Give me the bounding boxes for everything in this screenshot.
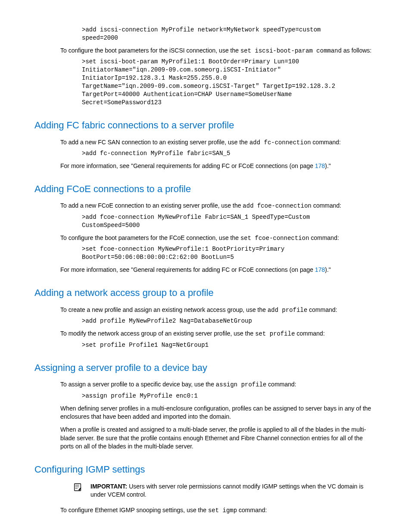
text: To configure the boot parameters for the… [60,234,240,241]
code-block: >add fc-connection MyProfile fabric=SAN_… [82,149,377,158]
inline-code: add fc-connection [249,139,311,146]
inline-code: add fcoe-connection [243,202,311,209]
paragraph: To add a new FCoE connection to an exist… [60,202,377,211]
text: command: [307,306,337,313]
paragraph: To assign a server profile to a specific… [60,380,377,389]
code-block: >set iscsi-boot-param MyProfile1:1 BootO… [82,58,377,106]
text: For more information, see "General requi… [60,266,315,273]
inline-code: assign profile [216,381,267,388]
text: To add a new FCoE connection to an exist… [60,202,243,209]
text: )." [325,162,331,169]
text: To add a new FC SAN connection to an exi… [60,139,249,146]
page-link[interactable]: 178 [315,266,325,273]
paragraph: To configure the boot parameters for the… [60,234,377,243]
text: as follows: [342,47,371,54]
text: command: [237,507,267,513]
inline-code: set iscsi-boot-param command [240,47,342,54]
code-block: >set fcoe-connection MyNewProfile:1 Boot… [82,245,377,261]
important-label: IMPORTANT: [90,483,127,490]
text: command: [311,139,341,146]
text: )." [325,266,331,273]
heading-assigning: Assigning a server profile to a device b… [34,361,377,375]
text: command: [266,381,296,388]
paragraph: To modify the network access group of an… [60,330,377,339]
code-block: >add fcoe-connection MyNewProfile Fabric… [82,213,377,230]
text: To configure the boot parameters for the… [60,47,240,54]
code-block: >add profile MyNewProfile2 Nag=DatabaseN… [82,317,377,325]
paragraph: For more information, see "General requi… [60,266,377,274]
code-block: >assign profile MyProfile enc0:1 [82,392,377,400]
text: To modify the network access group of an… [60,330,255,337]
code-block: >set profile Profile1 Nag=NetGroup1 [82,341,377,349]
paragraph: To configure the boot parameters for the… [60,47,377,56]
paragraph: To add a new FC SAN connection to an exi… [60,138,377,147]
heading-fc-fabric: Adding FC fabric connections to a server… [34,119,377,132]
text: To configure Ethernet IGMP snooping sett… [60,507,208,513]
code-block: >add iscsi-connection MyProfile network=… [82,26,377,42]
page-link[interactable]: 178 [315,162,325,169]
heading-network-access: Adding a network access group to a profi… [34,286,377,300]
paragraph: When a profile is created and assigned t… [60,426,377,451]
text: Users with server role permissions canno… [90,483,364,498]
heading-fcoe: Adding FCoE connections to a profile [34,183,377,196]
inline-code: set igmp [208,507,237,514]
inline-code: add profile [268,307,307,314]
text: To assign a server profile to a specific… [60,381,216,388]
inline-code: set profile [255,330,295,337]
text: command: [311,202,341,209]
paragraph: To configure Ethernet IGMP snooping sett… [60,506,377,515]
text: For more information, see "General requi… [60,162,315,169]
important-text: IMPORTANT: Users with server role permis… [90,482,377,499]
paragraph: To create a new profile and assign an ex… [60,306,377,315]
heading-igmp: Configuring IGMP settings [34,463,377,476]
text: command: [295,330,325,337]
important-icon [73,482,90,495]
paragraph: For more information, see "General requi… [60,162,377,171]
text: To create a new profile and assign an ex… [60,306,268,313]
important-note: IMPORTANT: Users with server role permis… [73,482,377,499]
paragraph: When defining server profiles in a multi… [60,404,377,421]
inline-code: set fcoe-connection [240,235,309,242]
text: command: [309,234,339,241]
